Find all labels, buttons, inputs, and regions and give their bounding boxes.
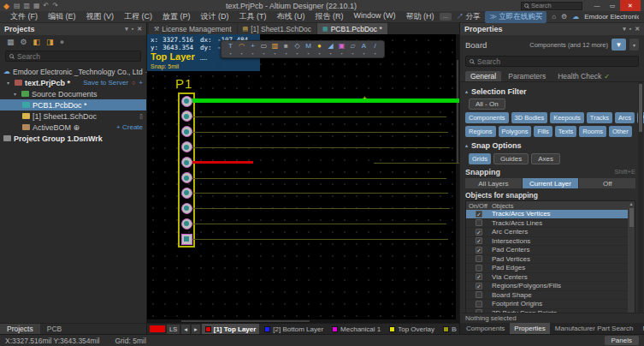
table-row[interactable]: ✓Track/Arcs Vertices bbox=[466, 210, 628, 219]
segment-off[interactable]: Off bbox=[579, 178, 635, 188]
menu-item-1[interactable]: 编辑 (E) bbox=[43, 11, 81, 22]
table-row[interactable]: ✓Pad Centers bbox=[466, 246, 628, 255]
filter-keepouts-button[interactable]: Keepouts bbox=[550, 112, 584, 123]
line-tool-icon[interactable]: /▾ bbox=[370, 42, 380, 57]
comment-icon[interactable]: ⋯ bbox=[440, 13, 452, 21]
checkbox[interactable] bbox=[476, 291, 482, 298]
dimension-tool-icon[interactable]: M▾ bbox=[304, 42, 313, 57]
projects-search-input[interactable]: Search bbox=[5, 51, 141, 62]
table-scrollbar[interactable]: ▲ ▼ bbox=[628, 201, 635, 313]
open-icon[interactable]: ▥ bbox=[23, 2, 30, 9]
checkbox[interactable] bbox=[476, 219, 482, 226]
redo-icon[interactable]: ↷ bbox=[52, 2, 58, 9]
checkbox[interactable] bbox=[476, 309, 482, 313]
table-row[interactable]: ✓Via Centers bbox=[466, 273, 628, 283]
arc-tool-icon[interactable]: ◠▾ bbox=[237, 42, 246, 57]
canvas-h-scrollbar[interactable] bbox=[147, 319, 459, 323]
menu-item-5[interactable]: 设计 (D) bbox=[196, 11, 234, 22]
string-tool-icon[interactable]: T▾ bbox=[226, 42, 235, 57]
canvas-v-scrollbar[interactable] bbox=[456, 34, 459, 319]
layer-tab-mechanical-1[interactable]: Mechanical 1 bbox=[328, 324, 384, 335]
table-row[interactable]: ✓Intersections bbox=[466, 237, 628, 247]
selection-filter-section-header[interactable]: ▴ Selection Filter bbox=[465, 86, 635, 97]
fill-tool-icon[interactable]: ■▾ bbox=[281, 42, 291, 57]
panel-tab-manufacturer-part-search[interactable]: Manufacturer Part Search bbox=[551, 323, 638, 334]
snap-options-section-header[interactable]: ▴ Snap Options bbox=[465, 140, 635, 151]
polygon-tool-icon[interactable]: ◇▾ bbox=[292, 42, 302, 57]
maximize-button[interactable]: ▭ bbox=[605, 3, 620, 9]
checkbox[interactable]: ✓ bbox=[476, 229, 482, 236]
table-row[interactable]: Pad Vertices bbox=[466, 255, 628, 265]
refresh-icon[interactable]: ● bbox=[60, 38, 64, 46]
pad-tool-icon[interactable]: ●▾ bbox=[315, 42, 324, 57]
menu-item-0[interactable]: 文件 (F) bbox=[5, 11, 43, 22]
compile-icon[interactable]: ▦ bbox=[7, 38, 15, 46]
routed-track-net1[interactable] bbox=[186, 98, 459, 103]
panel-tab-components[interactable]: Components bbox=[462, 323, 509, 334]
layer-tab-bottom-overlay[interactable]: Bottom Overlay bbox=[440, 324, 457, 335]
tree-item-project[interactable]: ▾ text.PrjPcb * Save to Server ○ + bbox=[0, 77, 146, 88]
account-name[interactable]: Emdoor Electronic _Technology Co., Ltd bbox=[584, 13, 639, 21]
menu-item-9[interactable]: Window (W) bbox=[349, 11, 401, 22]
menu-item-6[interactable]: 工具 (T) bbox=[234, 11, 272, 22]
layer-tab--1-top-layer[interactable]: [1] Top Layer bbox=[202, 324, 260, 335]
segment-all-layers[interactable]: All Layers bbox=[465, 178, 522, 188]
pad-4[interactable] bbox=[181, 141, 192, 152]
table-row[interactable]: ✓Regions/Polygons/Fills bbox=[466, 282, 628, 291]
document-tab[interactable]: ▤[1] Sheet1.SchDoc bbox=[238, 23, 317, 34]
panel-tab-pcb[interactable]: PCB bbox=[40, 324, 68, 334]
tab-parameters[interactable]: Parameters bbox=[503, 71, 551, 81]
segment-current-layer[interactable]: Current Layer bbox=[523, 178, 579, 188]
pad-5[interactable] bbox=[181, 157, 192, 168]
layer-sets-button[interactable]: LS bbox=[167, 325, 180, 334]
create-link[interactable]: + Create bbox=[116, 123, 143, 131]
via-tool-icon[interactable]: ▣▾ bbox=[337, 42, 346, 57]
pad-6[interactable] bbox=[181, 172, 192, 183]
tree-item-pcb-doc[interactable]: PCB1.PcbDoc * ◌ bbox=[0, 99, 146, 110]
routed-track-net2[interactable] bbox=[186, 161, 253, 164]
buy-online-button[interactable]: ≫ 立即在线购买 bbox=[485, 11, 547, 23]
panel-pin-icon[interactable]: ▪ bbox=[132, 26, 133, 33]
pad-7[interactable] bbox=[181, 188, 192, 199]
checkbox[interactable] bbox=[476, 265, 482, 271]
properties-search-input[interactable]: Search bbox=[465, 56, 639, 67]
panel-pin-icon[interactable]: ▪ bbox=[629, 26, 631, 33]
snap-guides-button[interactable]: Guides bbox=[493, 153, 529, 164]
pcb-canvas[interactable]: x:3327.516 dx:-107.484 y:3643.354 dy:-76… bbox=[147, 34, 459, 323]
checkbox[interactable]: ✓ bbox=[476, 211, 482, 218]
properties-scrollbar[interactable] bbox=[638, 82, 643, 313]
panel-close-icon[interactable]: ✕ bbox=[635, 26, 640, 33]
share-button[interactable]: ↗ 分享 bbox=[457, 12, 481, 22]
filter-polygons-button[interactable]: Polygons bbox=[499, 126, 532, 137]
pad-2[interactable] bbox=[181, 110, 192, 122]
scroll-right-icon[interactable]: ▸ bbox=[192, 325, 200, 334]
panel-tab-properties[interactable]: Properties bbox=[510, 323, 549, 334]
filter-icon[interactable]: ▼ bbox=[612, 39, 626, 51]
panels-button[interactable]: Panels bbox=[605, 336, 639, 345]
checkbox[interactable]: ✓ bbox=[476, 247, 482, 254]
menu-item-8[interactable]: 报告 (R) bbox=[310, 11, 349, 22]
tree-item-source-documents[interactable]: ▾ Source Documents bbox=[0, 88, 146, 99]
filter-other-button[interactable]: Other bbox=[609, 126, 632, 137]
text-frame-tool-icon[interactable]: A▾ bbox=[359, 42, 369, 57]
panel-close-icon[interactable]: ✕ bbox=[137, 26, 142, 33]
pad-10[interactable] bbox=[181, 234, 192, 245]
pad-9[interactable] bbox=[181, 218, 192, 230]
gear-icon[interactable]: ⚙ bbox=[561, 13, 567, 21]
new-document-icon[interactable]: ▤ bbox=[14, 2, 21, 9]
checkbox[interactable] bbox=[476, 301, 482, 307]
filter-components-button[interactable]: Components bbox=[465, 112, 509, 123]
panel-menu-icon[interactable]: ▾ bbox=[623, 26, 626, 33]
filter-regions-button[interactable]: Regions bbox=[465, 126, 496, 137]
rect-tool-icon[interactable]: ▭▾ bbox=[259, 42, 269, 57]
tree-item-workspace[interactable]: ☁ Emdoor Electronic _Technology Co., Ltd… bbox=[0, 66, 146, 77]
pad-8[interactable] bbox=[181, 203, 192, 214]
tree-item-project-group[interactable]: Project Group 1.DsnWrk bbox=[0, 133, 146, 144]
vcs-tag-icon[interactable]: ◧ bbox=[33, 38, 41, 46]
panel-tab-messages[interactable]: Messages bbox=[638, 323, 644, 334]
minimize-button[interactable]: — bbox=[589, 3, 605, 9]
checkbox[interactable]: ✓ bbox=[476, 237, 482, 244]
panel-menu-icon[interactable]: ▾ bbox=[125, 26, 128, 33]
menu-item-4[interactable]: 放置 (P) bbox=[157, 11, 196, 22]
filter-rooms-button[interactable]: Rooms bbox=[579, 126, 606, 137]
